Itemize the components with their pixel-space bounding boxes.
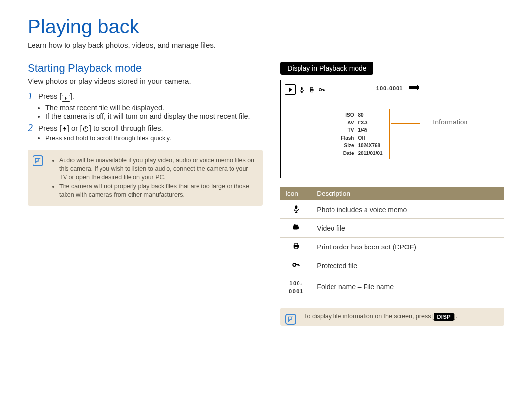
playback-button-icon xyxy=(62,95,70,102)
key-icon xyxy=(280,256,312,275)
page-title: Playing back xyxy=(28,16,504,38)
svg-rect-7 xyxy=(293,226,298,230)
flash-button-icon xyxy=(62,125,67,132)
mic-icon xyxy=(299,86,305,93)
print-icon xyxy=(280,238,312,256)
file-code-icon: 100-0001 xyxy=(280,275,312,299)
step-1-number: 1 xyxy=(28,91,33,102)
note-box-right: To display file information on the scree… xyxy=(280,308,504,326)
section-heading: Starting Playback mode xyxy=(28,62,263,75)
print-icon xyxy=(308,86,315,93)
svg-point-8 xyxy=(294,224,296,227)
svg-point-9 xyxy=(296,224,298,226)
disp-button-icon: DISP xyxy=(434,313,454,321)
note-box-left: Audio will be unavailable if you play vi… xyxy=(28,150,263,206)
svg-rect-1 xyxy=(301,87,303,90)
icon-table: Icon Description Photo includes a voice … xyxy=(280,187,504,299)
step-1-bullet-1: The most recent file will be displayed. xyxy=(45,104,263,112)
display-mode-tab: Display in Playback mode xyxy=(280,62,373,75)
step-2-pre: Press [ xyxy=(38,124,62,132)
table-row: 100-0001 Folder name – File name xyxy=(280,275,504,299)
svg-rect-3 xyxy=(311,87,313,89)
step-1-pre: Press [ xyxy=(38,92,62,100)
mic-icon xyxy=(280,200,312,219)
note-right-pre: To display file information on the scree… xyxy=(304,313,434,320)
step-1-bullet-2: If the camera is off, it will turn on an… xyxy=(45,112,263,120)
note-icon xyxy=(285,314,296,325)
step-2-number: 2 xyxy=(28,123,33,134)
info-leader-line xyxy=(391,123,420,124)
diagram-topbar xyxy=(285,84,325,95)
table-head-desc: Description xyxy=(312,187,504,200)
display-diagram-wrapper: 100-0001 ISO80 AVF3.3 TV1/45 FlashOff Si… xyxy=(280,80,504,178)
key-icon xyxy=(318,86,325,93)
timer-button-icon xyxy=(82,125,89,132)
note-left-1: Audio will be unavailable if you play vi… xyxy=(59,156,255,182)
video-icon xyxy=(280,219,312,238)
page-intro: Learn how to play back photos, videos, a… xyxy=(28,41,504,49)
step-2-sub-text: Press and hold to scroll through files q… xyxy=(45,134,263,142)
step-2: 2 Press [] or [] to scroll through files… xyxy=(28,124,263,132)
svg-rect-11 xyxy=(295,243,298,245)
step-2-mid: ] or [ xyxy=(67,124,82,132)
table-row: Photo includes a voice memo xyxy=(280,200,504,219)
step-1: 1 Press []. xyxy=(28,92,263,102)
step-1-bullets: The most recent file will be displayed. … xyxy=(28,104,263,120)
info-box: ISO80 AVF3.3 TV1/45 FlashOff Size1024X76… xyxy=(336,109,389,159)
section-sub: View photos or play videos stored in you… xyxy=(28,77,263,85)
battery-icon xyxy=(408,85,418,90)
svg-rect-6 xyxy=(295,205,298,209)
step-2-sub: Press and hold to scroll through files q… xyxy=(28,134,263,142)
note-right-post: ]. xyxy=(454,313,457,320)
table-row: Protected file xyxy=(280,256,504,275)
table-row: Video file xyxy=(280,219,504,238)
step-1-post: ]. xyxy=(70,92,74,100)
table-row: Print order has been set (DPOF) xyxy=(280,238,504,256)
file-code-label: 100-0001 xyxy=(376,85,403,91)
svg-point-13 xyxy=(293,263,296,266)
step-2-post: ] to scroll through files. xyxy=(89,124,163,132)
table-head-icon: Icon xyxy=(280,187,312,200)
note-left-2: The camera will not properly play back f… xyxy=(59,183,255,199)
play-icon xyxy=(285,84,296,95)
svg-rect-12 xyxy=(295,247,298,249)
svg-rect-4 xyxy=(311,90,313,92)
svg-point-5 xyxy=(319,89,322,91)
information-label: Information xyxy=(433,118,467,126)
display-diagram: 100-0001 ISO80 AVF3.3 TV1/45 FlashOff Si… xyxy=(280,80,423,178)
note-icon xyxy=(33,155,43,166)
